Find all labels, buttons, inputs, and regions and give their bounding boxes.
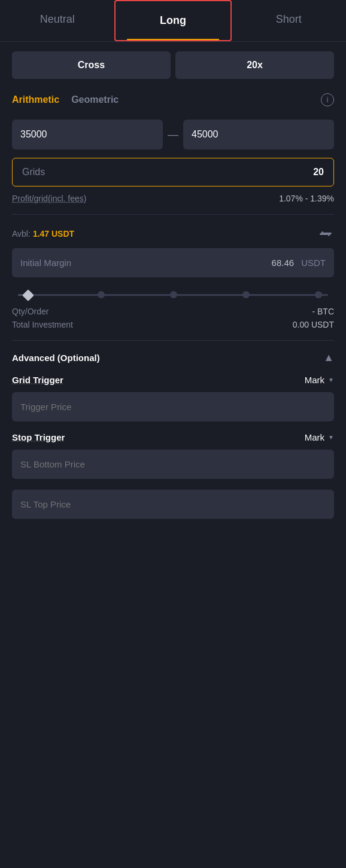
grids-container[interactable]: Grids 20 [12, 158, 334, 187]
grid-trigger-label: Grid Trigger [12, 375, 63, 385]
info-symbol: i [327, 96, 329, 104]
min-price-input[interactable] [12, 120, 163, 149]
qty-value: - BTC [312, 307, 334, 316]
margin-row: Cross 20x [12, 51, 334, 79]
qty-order-row: Qty/Order - BTC [12, 307, 334, 316]
slider-dot-4 [242, 291, 250, 298]
price-type-row: Arithmetic Geometric i [12, 91, 334, 109]
main-content: Cross 20x Arithmetic Geometric i — Grids… [0, 42, 346, 528]
slider-container[interactable] [12, 288, 334, 307]
stop-trigger-label: Stop Trigger [12, 432, 65, 442]
avbl-left: Avbl: 1.47 USDT [12, 229, 74, 239]
chevron-up-icon: ▲ [323, 352, 334, 364]
total-investment-value: 0.00 USDT [293, 320, 334, 329]
avbl-row: Avbl: 1.47 USDT [12, 225, 334, 242]
profit-grid-label: Profit/grid(incl. fees) [12, 194, 86, 203]
stop-trigger-value: Mark [305, 432, 324, 442]
profit-grid-row: Profit/grid(incl. fees) 1.07% - 1.39% [12, 194, 334, 215]
leverage-label: 20x [247, 60, 263, 70]
slider-thumb [22, 289, 34, 301]
slider-dot-3 [170, 291, 177, 298]
stop-trigger-row: Stop Trigger Mark ▼ [12, 432, 334, 442]
grid-trigger-dropdown[interactable]: Mark ▼ [305, 375, 334, 385]
max-price-input[interactable] [183, 120, 334, 149]
grids-label: Grids [22, 167, 313, 178]
advanced-title: Advanced (Optional) [12, 353, 100, 363]
initial-margin-box: Initial Margin 68.46 USDT [12, 248, 334, 277]
qty-label: Qty/Order [12, 307, 48, 316]
info-icon[interactable]: i [321, 93, 334, 106]
sl-bottom-price-input[interactable] [12, 450, 334, 479]
stop-trigger-arrow: ▼ [328, 434, 334, 441]
tab-short[interactable]: Short [232, 0, 346, 41]
price-range-inputs: — [12, 120, 334, 149]
trigger-price-input[interactable] [12, 392, 334, 421]
stop-trigger-dropdown[interactable]: Mark ▼ [305, 432, 334, 442]
tab-neutral[interactable]: Neutral [0, 0, 114, 41]
slider-track [18, 294, 328, 296]
profit-grid-value: 1.07% - 1.39% [279, 194, 334, 203]
grid-trigger-value: Mark [305, 375, 324, 385]
grid-trigger-arrow: ▼ [328, 377, 334, 383]
leverage-button[interactable]: 20x [175, 51, 334, 79]
geometric-tab[interactable]: Geometric [71, 91, 119, 109]
sl-top-price-input[interactable] [12, 490, 334, 519]
total-investment-label: Total Investment [12, 320, 73, 329]
cross-button[interactable]: Cross [12, 51, 171, 79]
price-separator: — [168, 129, 178, 141]
initial-margin-label: Initial Margin [20, 258, 71, 268]
grids-value: 20 [313, 167, 324, 178]
avbl-amount: 1.47 USDT [33, 229, 74, 239]
arithmetic-tab[interactable]: Arithmetic [12, 91, 59, 109]
total-investment-row: Total Investment 0.00 USDT [12, 320, 334, 341]
tab-neutral-label: Neutral [40, 13, 75, 25]
tab-short-label: Short [276, 13, 302, 25]
initial-margin-value: 68.46 [272, 258, 295, 268]
avbl-label: Avbl: [12, 229, 31, 239]
cross-label: Cross [78, 60, 105, 70]
tab-long-label: Long [160, 14, 186, 26]
advanced-header[interactable]: Advanced (Optional) ▲ [12, 352, 334, 364]
initial-margin-value-area: 68.46 USDT [272, 258, 326, 268]
slider-dot-5 [315, 291, 322, 298]
tab-long[interactable]: Long [114, 0, 231, 41]
initial-margin-currency: USDT [301, 258, 326, 268]
slider-dots [24, 291, 322, 299]
slider-dot-2 [98, 291, 105, 298]
tabs-container: Neutral Long Short [0, 0, 346, 42]
grid-trigger-row: Grid Trigger Mark ▼ [12, 375, 334, 385]
transfer-icon[interactable] [317, 225, 334, 242]
